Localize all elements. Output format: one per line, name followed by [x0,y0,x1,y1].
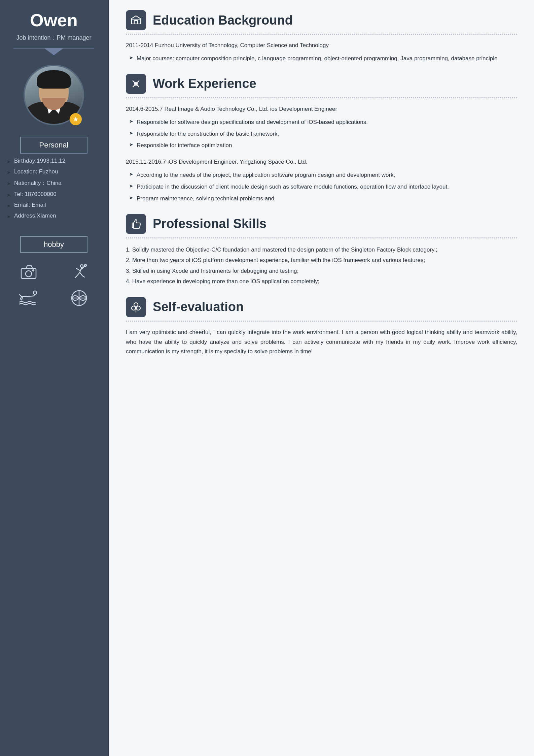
skills-section: Professional Skills 1. Solidly mastered … [126,214,517,287]
svg-point-1 [26,271,32,277]
work-icon [126,74,146,94]
job2-bullet-2: ➤ Program maintenance, solving technical… [126,194,517,204]
work-divider [126,97,517,98]
bullet-arrow-icon: ➤ [129,183,133,192]
job1-bullet-1: ➤ Responsible for the construction of th… [126,129,517,139]
arrow-icon: ➤ [7,181,11,186]
skill-3: 3. Skilled in using Xcode and Instrument… [126,266,517,276]
skill-2: 2. More than two years of iOS platform d… [126,255,517,265]
svg-line-5 [76,268,80,270]
bullet-arrow-icon: ➤ [129,171,133,180]
swimming-icon [18,289,39,308]
job-intention: Job intention：PM manager [16,34,91,42]
svg-point-30 [136,306,140,310]
skills-divider [126,237,517,238]
job1-bullet-2: ➤ Responsible for interface optimization [126,141,517,151]
arrow-icon: ➤ [7,203,11,208]
self-icon [126,297,146,317]
sport-icon [70,264,88,283]
job2-bullet-0: ➤ According to the needs of the project,… [126,170,517,180]
svg-line-9 [75,276,76,278]
bullet-arrow-icon: ➤ [129,195,133,204]
arrow-icon: ➤ [7,159,11,164]
star-badge: ★ [70,113,82,125]
job1-header: 2014.6-2015.7 Real Image & Audio Technol… [126,104,517,114]
education-bullet-0: ➤ Major courses: computer composition pr… [126,54,517,64]
education-title: Education Background [153,13,293,28]
svg-line-8 [80,272,82,276]
sidebar: Owen Job intention：PM manager ★ Personal [0,0,108,756]
person-name: Owen [30,10,78,30]
camera-icon [20,264,37,283]
bullet-arrow-icon: ➤ [129,130,133,139]
info-email: ➤ Email: Email [7,202,101,208]
job1-bullet-0: ➤ Responsible for software design specif… [126,118,517,127]
hobby-icons [0,257,108,315]
hobby-label: hobby [20,236,87,253]
svg-point-13 [33,291,37,294]
education-content: 2011-2014 Fuzhou University of Technolog… [126,41,517,51]
info-birthday: ➤ Birthday:1993.11.12 [7,158,101,164]
education-section: Education Background 2011-2014 Fuzhou Un… [126,10,517,64]
svg-point-12 [84,264,86,266]
svg-line-14 [22,296,34,297]
info-nationality: ➤ Nationality：China [7,179,101,187]
self-divider [126,321,517,322]
job2-header: 2015.11-2016.7 iOS Development Engineer,… [126,157,517,167]
self-paragraph: I am very optimistic and cheerful, I can… [126,328,517,357]
self-header: Self-evaluation [126,297,517,317]
skills-list: 1. Solidly mastered the Objective-C/C fo… [126,244,517,287]
skills-title: Professional Skills [153,217,266,231]
info-location: ➤ Location: Fuzhou [7,168,101,175]
svg-line-16 [34,294,35,296]
skills-icon [126,214,146,234]
arrow-icon: ➤ [7,192,11,198]
svg-line-15 [20,295,22,297]
work-title: Work Experience [153,76,256,91]
skills-header: Professional Skills [126,214,517,234]
bullet-arrow-icon: ➤ [129,142,133,151]
svg-rect-22 [134,21,138,24]
svg-line-7 [76,272,80,276]
skill-4: 4. Have experience in developing more th… [126,276,517,287]
work-header: Work Experience [126,74,517,94]
main-content: Education Background 2011-2014 Fuzhou Un… [109,0,534,756]
bullet-arrow-icon: ➤ [129,55,133,64]
skill-1: 1. Solidly mastered the Objective-C/C fo… [126,244,517,255]
basketball-icon [70,289,88,308]
svg-point-29 [132,306,136,310]
self-title: Self-evaluation [153,300,244,314]
info-address: ➤ Address:Xiamen [7,212,101,219]
education-icon [126,10,146,30]
arrow-icon: ➤ [7,170,11,175]
work-section: Work Experience 2014.6-2015.7 Real Image… [126,74,517,204]
education-divider [126,34,517,35]
job2-bullet-1: ➤ Participate in the discussion of clien… [126,182,517,192]
arrow-icon: ➤ [7,214,11,219]
chevron-decoration [13,48,94,58]
svg-line-17 [20,297,22,299]
svg-line-10 [82,276,84,277]
education-header: Education Background [126,10,517,30]
svg-point-2 [33,270,34,271]
bullet-arrow-icon: ➤ [129,119,133,127]
info-tel: ➤ Tel: 1870000000 [7,191,101,198]
personal-label: Personal [20,137,87,154]
personal-info-list: ➤ Birthday:1993.11.12 ➤ Location: Fuzhou… [0,158,108,223]
self-section: Self-evaluation I am very optimistic and… [126,297,517,357]
